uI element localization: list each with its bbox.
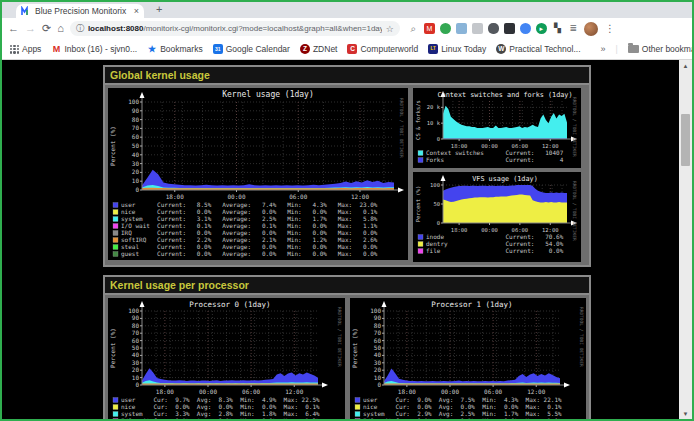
browser-menu-button[interactable]: ⋮ bbox=[603, 23, 617, 34]
vfs-usage-graph[interactable]: 05010018:0000:0006:0012:00VFS usage (1da… bbox=[413, 172, 581, 262]
processor-0-graph[interactable]: 010203040506070809010018:0000:0006:0012:… bbox=[108, 298, 345, 419]
svg-text:12:00: 12:00 bbox=[542, 143, 559, 149]
bookmark-bookmarks[interactable]: ★ Bookmarks bbox=[147, 44, 203, 54]
processor-1-graph[interactable]: 010203040506070809010018:0000:0006:0012:… bbox=[350, 298, 587, 419]
other-bookmarks-button[interactable]: Other bookmarks bbox=[628, 44, 694, 54]
svg-text:file Current:: file Current: 0.0% bbox=[426, 247, 564, 254]
folder-icon bbox=[628, 45, 639, 53]
green-globe-extension-icon[interactable] bbox=[440, 23, 451, 34]
bookmarks-overflow-chevron[interactable]: » bbox=[601, 44, 606, 54]
puzzle-extensions-icon[interactable]: ▚ bbox=[552, 23, 563, 34]
scrollbar-thumb[interactable] bbox=[681, 114, 690, 166]
svg-text:Kernel usage (1day): Kernel usage (1day) bbox=[222, 90, 314, 99]
site-info-icon[interactable]: ⓘ bbox=[76, 23, 84, 34]
section-kernel-usage-per-processor: Kernel usage per processor 0102030405060… bbox=[103, 275, 591, 419]
copy-pages-extension-icon[interactable] bbox=[456, 23, 467, 34]
svg-text:00:00: 00:00 bbox=[481, 143, 498, 149]
svg-text:70: 70 bbox=[373, 329, 381, 336]
svg-text:0: 0 bbox=[135, 381, 139, 388]
svg-text:RRDTOOL / TOBI OETIKER: RRDTOOL / TOBI OETIKER bbox=[337, 307, 342, 367]
svg-text:VFS usage (1day): VFS usage (1day) bbox=[472, 175, 537, 183]
gray-square-extension-icon[interactable] bbox=[472, 23, 483, 34]
tab-title: Blue Precision Monitorix bbox=[35, 6, 130, 16]
svg-text:70: 70 bbox=[132, 329, 140, 336]
svg-text:90: 90 bbox=[373, 314, 381, 321]
svg-text:30: 30 bbox=[132, 160, 140, 167]
bookmark-practical-technology[interactable]: W Practical Technol... bbox=[496, 44, 580, 54]
svg-text:100: 100 bbox=[128, 307, 139, 314]
svg-text:06:00: 06:00 bbox=[484, 388, 502, 395]
bookmark-google-calendar[interactable]: 31 Google Calendar bbox=[213, 44, 290, 54]
svg-text:Context switches and forks (1: Context switches and forks (1day) bbox=[437, 91, 572, 99]
svg-text:00:00: 00:00 bbox=[481, 227, 498, 233]
url-text: localhost:8080/monitorix-cgi/monitorix.c… bbox=[88, 24, 382, 33]
svg-text:RRDTOOL / TOBI OETIKER: RRDTOOL / TOBI OETIKER bbox=[399, 98, 404, 158]
svg-text:10: 10 bbox=[132, 374, 140, 381]
svg-text:10: 10 bbox=[373, 374, 381, 381]
svg-text:I/O wait Cur: 0.1% Avg: 0.1: I/O wait Cur: 0.1% Avg: 0.1% Min: 0.0% M… bbox=[363, 417, 562, 419]
calendar-icon: 31 bbox=[213, 44, 223, 54]
bookmark-linux-today[interactable]: LT Linux Today bbox=[428, 44, 486, 54]
extensions-row: ⌕ M ▸ ▚ ≣ ⋮ bbox=[408, 22, 617, 36]
omnibox[interactable]: ⓘ localhost:8080/monitorix-cgi/monitorix… bbox=[70, 21, 400, 36]
svg-text:100: 100 bbox=[128, 98, 139, 105]
new-tab-button[interactable]: + bbox=[152, 3, 166, 15]
svg-text:18:00: 18:00 bbox=[397, 388, 415, 395]
back-button[interactable]: ← bbox=[8, 23, 19, 34]
svg-text:12:00: 12:00 bbox=[351, 193, 369, 200]
vertical-scrollbar[interactable]: ▲ ▼ bbox=[679, 60, 692, 419]
svg-text:100: 100 bbox=[370, 307, 381, 314]
monitorix-favicon bbox=[21, 6, 31, 16]
green-circle-extension-icon[interactable]: ▸ bbox=[536, 23, 547, 34]
bookmark-star-icon[interactable]: ☆ bbox=[386, 24, 394, 34]
glasses-extension-icon[interactable] bbox=[488, 23, 499, 34]
svg-text:RRDTOOL / TOBI OETIKER: RRDTOOL / TOBI OETIKER bbox=[579, 307, 584, 367]
reload-button[interactable]: ⟳ bbox=[42, 23, 51, 34]
svg-text:0: 0 bbox=[377, 381, 381, 388]
home-button[interactable]: ⌂ bbox=[57, 23, 64, 34]
svg-text:12:00: 12:00 bbox=[527, 388, 545, 395]
zdnet-icon: Z bbox=[300, 44, 310, 54]
svg-text:RRDTOOL / TOBI OETIKER: RRDTOOL / TOBI OETIKER bbox=[572, 181, 577, 241]
gmail-extension-icon[interactable]: M bbox=[424, 23, 435, 34]
svg-text:00:00: 00:00 bbox=[199, 388, 217, 395]
browser-tab[interactable]: Blue Precision Monitorix × bbox=[16, 4, 144, 18]
svg-text:60: 60 bbox=[132, 133, 140, 140]
svg-text:100: 100 bbox=[430, 182, 440, 188]
svg-text:80: 80 bbox=[132, 116, 140, 123]
wordpress-icon: W bbox=[496, 44, 506, 54]
url-host: localhost:8080 bbox=[88, 24, 144, 33]
svg-text:10: 10 bbox=[132, 177, 140, 184]
scroll-up-arrow-icon[interactable]: ▲ bbox=[679, 60, 692, 71]
svg-text:Percent (%): Percent (%) bbox=[415, 186, 421, 222]
section-global-kernel-usage: Global kernel usage 01020304050607080901… bbox=[103, 65, 591, 267]
svg-text:60: 60 bbox=[373, 337, 381, 344]
svg-text:80: 80 bbox=[132, 322, 140, 329]
computerworld-icon: C bbox=[347, 44, 357, 54]
bookmark-inbox[interactable]: M Inbox (16) - sjvn0... bbox=[51, 44, 137, 54]
bookmark-zdnet[interactable]: Z ZDNet bbox=[300, 44, 338, 54]
svg-text:10 k: 10 k bbox=[427, 120, 441, 126]
forward-button[interactable]: → bbox=[25, 23, 36, 34]
svg-text:Processor 1 (1day): Processor 1 (1day) bbox=[431, 300, 512, 309]
svg-text:30: 30 bbox=[132, 359, 140, 366]
blue-capsule-extension-icon[interactable] bbox=[520, 23, 531, 34]
section-title-global-kernel-usage: Global kernel usage bbox=[105, 67, 589, 85]
svg-text:20: 20 bbox=[373, 366, 381, 373]
svg-text:20: 20 bbox=[132, 168, 140, 175]
context-switches-forks-graph[interactable]: 010 k20 k18:0000:0006:0012:00Context swi… bbox=[413, 88, 581, 168]
dark-square-extension-icon[interactable] bbox=[504, 23, 515, 34]
tab-close-icon[interactable]: × bbox=[134, 6, 139, 16]
bookmark-apps[interactable]: Apps bbox=[10, 44, 41, 54]
kernel-usage-graph[interactable]: 010203040506070809010018:0000:0006:0012:… bbox=[108, 88, 408, 260]
browser-window: Blue Precision Monitorix × + ← → ⟳ ⌂ ⓘ l… bbox=[0, 0, 694, 421]
svg-text:06:00: 06:00 bbox=[242, 388, 260, 395]
tab-strip: Blue Precision Monitorix × + bbox=[2, 2, 692, 18]
profile-avatar[interactable] bbox=[584, 22, 598, 36]
scroll-down-arrow-icon[interactable]: ▼ bbox=[679, 408, 692, 419]
svg-text:Processor 0 (1day): Processor 0 (1day) bbox=[189, 300, 270, 309]
search-extension-icon[interactable]: ⌕ bbox=[408, 23, 419, 34]
bookmark-computerworld[interactable]: C Computerworld bbox=[347, 44, 418, 54]
playlist-extension-icon[interactable]: ≣ bbox=[568, 23, 579, 34]
svg-text:12:00: 12:00 bbox=[542, 227, 559, 233]
